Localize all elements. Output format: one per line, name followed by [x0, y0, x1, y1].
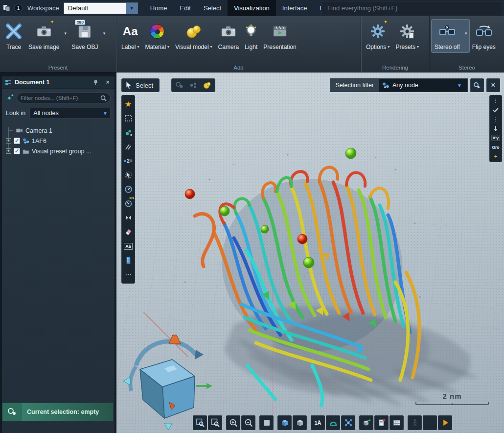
tree-label: Visual preset group ... [32, 148, 91, 155]
walkthrough-button[interactable] [408, 415, 422, 430]
molecule-node-icon [23, 138, 29, 144]
tree-row-1af6[interactable]: + ✓ 1AF6 [6, 136, 113, 146]
menu-interface[interactable]: Interface [276, 0, 314, 16]
stereo-dropdown-arrow[interactable]: ▾ [463, 22, 469, 45]
report-document-button[interactable] [374, 415, 389, 430]
zoom-region-button[interactable] [193, 415, 207, 430]
save-image-dropdown-arrow[interactable]: ▾ [62, 22, 69, 45]
ruler-icon[interactable] [122, 253, 135, 267]
table-view-button[interactable] [389, 415, 404, 430]
drag-grip-icon[interactable]: ⋮ [490, 96, 502, 105]
charge-tool-icon[interactable]: 2+ [122, 154, 135, 168]
download-tool-icon[interactable] [490, 124, 502, 133]
label-label: Label [121, 44, 136, 50]
viewport-bottom-toolbar: 1Å [193, 415, 452, 430]
workspace-dropdown[interactable]: Default ▼ [64, 2, 138, 14]
eraser-icon[interactable] [122, 225, 135, 239]
atoms-network-button[interactable] [341, 415, 355, 430]
add-particles-icon[interactable] [122, 125, 135, 140]
stereo-off-button[interactable]: Stereo off [432, 20, 463, 52]
favorites-star-icon[interactable]: ★ [122, 97, 135, 111]
eye-visibility-button[interactable] [423, 415, 437, 430]
surface-tool-button[interactable] [326, 415, 340, 430]
apply-filter-button[interactable] [470, 78, 484, 92]
visual-model-quick-icon[interactable] [201, 79, 213, 91]
zoom-out-button[interactable] [241, 415, 255, 430]
look-in-value: All nodes [33, 110, 58, 117]
save-obj-dropdown-arrow[interactable]: ▾ [101, 22, 107, 45]
look-in-dropdown[interactable]: All nodes ▼ [29, 108, 111, 119]
save-image-button[interactable]: ✦ Save image [25, 20, 62, 52]
select-group-icon[interactable] [173, 79, 186, 91]
selection-filter-dropdown[interactable]: Any node ▼ [379, 78, 468, 92]
magic-filter-icon[interactable]: ✦✦ [5, 95, 14, 102]
camera-button[interactable]: Camera [215, 20, 242, 52]
menu-home[interactable]: Home [144, 0, 174, 16]
fullscreen-button[interactable] [259, 415, 274, 430]
wizard-sparkle-icon[interactable]: ✦ [490, 152, 502, 161]
close-icon[interactable]: × [104, 79, 112, 86]
zoom-in-button[interactable] [226, 415, 240, 430]
pin-icon[interactable] [93, 80, 101, 85]
export-scene-button[interactable] [359, 415, 373, 430]
current-selection-bar[interactable]: Current selection: empty [2, 403, 114, 421]
menu-select[interactable]: Select [197, 0, 228, 16]
selection-filter-group: Selection filter Any node ▼ × [330, 78, 500, 92]
render-presets-button[interactable]: Presets▾ [392, 20, 422, 52]
trace-button[interactable]: Trace [2, 20, 25, 52]
stereo-off-label: Stereo off [435, 44, 460, 50]
color-wheel-icon [150, 22, 164, 41]
expand-icon[interactable]: + [6, 148, 11, 154]
presentation-button[interactable]: Presentation [260, 20, 299, 52]
filter-nodes-input[interactable] [21, 95, 100, 101]
gromacs-launcher[interactable]: Gro [490, 143, 502, 151]
app-icon[interactable] [3, 4, 10, 12]
menu-visualization[interactable]: Visualization [228, 0, 276, 16]
folder-icon [23, 148, 29, 154]
save-obj-button[interactable]: OBJ Save OBJ [69, 20, 101, 52]
floppy-disk-icon: OBJ [77, 22, 92, 41]
bonds-tool-icon[interactable] [122, 211, 135, 225]
search-icon[interactable] [100, 95, 107, 101]
checklist-tool-icon[interactable] [490, 106, 502, 114]
text-label-icon[interactable]: Aa [122, 239, 135, 253]
light-button[interactable]: Light [242, 20, 260, 52]
expand-icon[interactable]: + [6, 138, 11, 144]
region-select-icon[interactable] [122, 111, 135, 125]
tree-row-camera[interactable]: Camera 1 [6, 125, 113, 136]
visual-model-button[interactable]: Visual model▾ [172, 20, 215, 52]
translate-dial-icon[interactable]: xyz [122, 196, 135, 211]
play-button[interactable] [438, 415, 452, 430]
material-button[interactable]: Material▾ [142, 20, 172, 52]
measure-angle-icon[interactable] [122, 140, 135, 154]
visual-model-label: Visual model [175, 44, 208, 50]
select-cluster-icon[interactable] [187, 79, 200, 91]
light-label: Light [245, 44, 257, 50]
global-search-input[interactable] [321, 1, 503, 15]
tree-row-visual-preset-group[interactable]: + ✓ Visual preset group ... [6, 146, 113, 156]
3d-viewport[interactable]: Select Selection filter Any node [116, 72, 504, 433]
zoom-selection-button[interactable] [208, 415, 222, 430]
render-options-button[interactable]: ✦ Options▾ [363, 20, 392, 52]
perspective-cube-button[interactable] [277, 415, 292, 430]
select-mode-button[interactable]: Select [121, 78, 160, 92]
chevron-down-icon: ▾ [137, 45, 139, 49]
chevron-down-icon: ▼ [455, 83, 464, 88]
tree-label: 1AF6 [32, 138, 46, 144]
menu-edit[interactable]: Edit [173, 0, 197, 16]
group-label-rendering: Rendering [361, 65, 429, 71]
visibility-checkbox[interactable]: ✓ [14, 138, 20, 144]
drag-grip-icon[interactable]: ⋮ [490, 115, 502, 123]
rotate-dial-icon[interactable] [122, 182, 135, 196]
visibility-checkbox[interactable]: ✓ [14, 148, 20, 154]
ipython-launcher[interactable]: IPy [490, 134, 502, 142]
document-panel-header[interactable]: Document 1 × [2, 76, 115, 89]
slab-cube-button[interactable] [293, 415, 307, 430]
close-icon[interactable]: × [486, 78, 500, 92]
more-tools-icon[interactable]: ⋯ [122, 267, 135, 282]
pick-pointer-icon[interactable] [122, 168, 135, 182]
resolution-button[interactable]: 1Å [311, 415, 325, 430]
flip-eyes-button[interactable]: Flip eyes [469, 20, 499, 52]
label-button[interactable]: Aa Label▾ [118, 20, 142, 52]
chevron-down-icon[interactable]: ▼ [126, 3, 137, 14]
